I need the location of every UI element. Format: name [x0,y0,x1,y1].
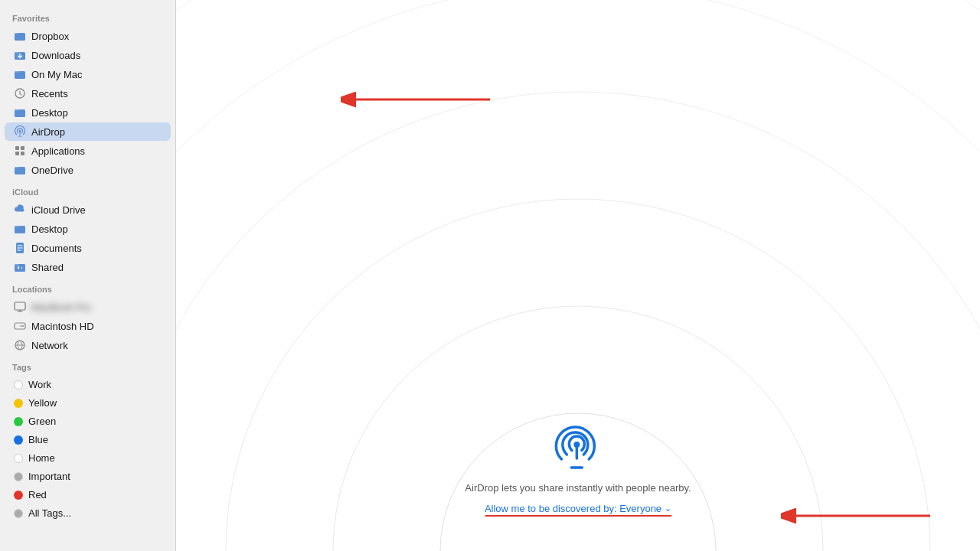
home-label: Home [28,452,55,464]
this-mac-label: MacBook Pro [31,302,91,313]
sidebar-item-applications[interactable]: Applications [5,142,171,160]
dropbox-label: Dropbox [31,31,69,42]
sidebar-item-airdrop[interactable]: AirDrop [5,122,171,141]
shared-label: Shared [31,262,64,273]
sidebar-item-onedrive[interactable]: OneDrive [5,161,171,179]
sidebar-item-on-my-mac[interactable]: On My Mac [5,65,171,83]
recents-label: Recents [31,88,68,99]
icloud-section-label: iCloud [0,180,175,200]
svg-rect-7 [21,146,24,150]
airdrop-description: AirDrop lets you share instantly with pe… [465,482,691,494]
svg-rect-14 [15,302,25,310]
red-underline [485,515,671,517]
svg-point-16 [22,325,24,327]
important-label: Important [28,471,70,482]
airdrop-label: AirDrop [31,126,65,138]
home-dot [14,454,23,463]
airdrop-center-content: AirDrop lets you share instantly with pe… [465,424,691,514]
hd-icon [14,320,26,332]
red-label: Red [28,489,47,500]
desktop-icon [14,106,26,119]
blue-dot [14,435,23,445]
recents-icon [14,87,26,99]
sidebar-item-work[interactable]: Work [5,376,171,393]
arrow-left [341,83,494,121]
all-tags-label: All Tags... [28,507,71,519]
folder-icon [14,30,26,42]
all-tags-dot [14,509,23,518]
green-label: Green [28,416,56,427]
svg-rect-9 [21,152,24,155]
documents-icon [14,242,26,254]
downloads-label: Downloads [31,50,80,61]
sidebar-item-macintosh-hd[interactable]: Macintosh HD [5,317,171,335]
applications-label: Applications [31,145,85,157]
documents-label: Documents [31,243,82,254]
green-dot [14,417,23,426]
svg-rect-8 [15,152,19,155]
sidebar-item-shared[interactable]: Shared [5,258,171,276]
onedrive-icon [14,164,26,176]
airdrop-main-icon [554,424,603,473]
network-icon [14,339,26,351]
svg-point-17 [21,325,22,327]
macintosh-hd-label: Macintosh HD [31,321,94,332]
locations-section-label: Locations [0,277,175,297]
red-dot [14,491,23,500]
icloud-drive-label: iCloud Drive [31,204,86,216]
airdrop-sidebar-icon [14,126,26,138]
sidebar-item-dropbox[interactable]: Dropbox [5,27,171,45]
sidebar-item-green[interactable]: Green [5,412,171,430]
sidebar-item-blue[interactable]: Blue [5,431,171,448]
onedrive-label: OneDrive [31,165,74,176]
arrow-bottom [781,499,934,537]
sidebar-item-recents[interactable]: Recents [5,84,171,103]
work-dot [14,380,23,390]
on-my-mac-icon [14,68,26,80]
sidebar: Favorites Dropbox Downloads [0,0,176,551]
sidebar-item-desktop[interactable]: Desktop [5,103,171,122]
icloud-desktop-icon [14,223,26,235]
applications-icon [14,145,26,157]
yellow-dot [14,399,23,408]
shared-icon [14,261,26,273]
svg-rect-6 [15,146,19,150]
icloud-drive-icon [14,204,26,216]
sidebar-item-important[interactable]: Important [5,468,171,485]
yellow-label: Yellow [28,397,57,409]
downloads-icon [14,49,26,61]
network-label: Network [31,340,68,351]
sidebar-item-downloads[interactable]: Downloads [5,46,171,64]
sidebar-item-all-tags[interactable]: All Tags... [5,504,171,522]
favorites-section-label: Favorites [0,6,175,26]
monitor-icon [14,301,26,313]
sidebar-item-red[interactable]: Red [5,486,171,504]
sidebar-item-home[interactable]: Home [5,449,171,467]
sidebar-item-icloud-desktop[interactable]: Desktop [5,220,171,238]
tags-section-label: Tags [0,355,175,375]
blue-label: Blue [28,434,48,445]
sidebar-item-documents[interactable]: Documents [5,239,171,257]
airdrop-discovered-link[interactable]: Allow me to be discovered by: Everyone ⌄ [485,503,671,514]
desktop-label: Desktop [31,107,68,119]
sidebar-item-this-mac[interactable]: MacBook Pro [5,298,171,316]
sidebar-item-icloud-drive[interactable]: iCloud Drive [5,201,171,219]
sidebar-item-network[interactable]: Network [5,336,171,354]
on-my-mac-label: On My Mac [31,69,82,80]
icloud-desktop-label: Desktop [31,223,68,235]
sidebar-item-yellow[interactable]: Yellow [5,394,171,412]
work-label: Work [28,379,51,390]
main-content: AirDrop lets you share instantly with pe… [176,0,980,551]
important-dot [14,472,23,481]
